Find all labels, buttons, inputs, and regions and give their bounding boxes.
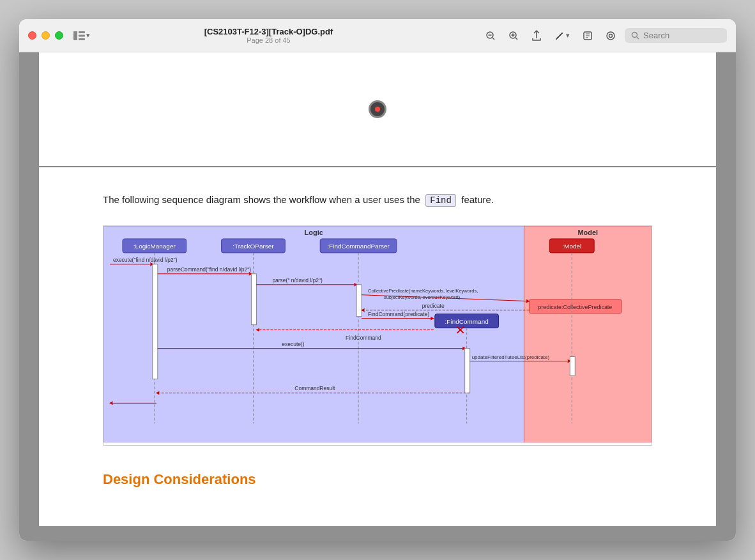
svg-text:Logic: Logic xyxy=(305,229,323,236)
annotate-dropdown-arrow: ▾ xyxy=(566,31,570,40)
svg-text:execute(): execute() xyxy=(282,341,304,347)
svg-rect-42 xyxy=(251,274,256,325)
search-input[interactable] xyxy=(643,31,720,40)
intro-text-after: feature. xyxy=(461,194,494,205)
svg-text:execute("find n/david l/p2"): execute("find n/david l/p2") xyxy=(113,257,178,263)
svg-text:FindCommand: FindCommand xyxy=(346,335,381,341)
annotate-button[interactable]: ▾ xyxy=(551,28,574,43)
svg-point-12 xyxy=(607,32,614,40)
scroll-position-indicator xyxy=(369,100,386,118)
close-button[interactable] xyxy=(28,31,36,40)
svg-rect-45 xyxy=(356,285,362,317)
pdf-page-info: Page 28 of 45 xyxy=(62,36,475,44)
design-considerations-heading: Design Considerations xyxy=(103,471,652,488)
toolbar-actions: ▾ xyxy=(482,27,727,44)
svg-text::Model: :Model xyxy=(562,243,581,250)
svg-rect-59 xyxy=(465,349,470,393)
sequence-diagram: Logic Model :LogicManager :TrackOParser … xyxy=(103,225,652,446)
svg-text::FindCommand: :FindCommand xyxy=(445,318,489,325)
sequence-diagram-svg: Logic Model :LogicManager :TrackOParser … xyxy=(103,226,652,443)
profile-button[interactable] xyxy=(602,28,620,43)
title-info: [CS2103T-F12-3][Track-O]DG.pdf Page 28 o… xyxy=(62,27,475,44)
pdf-filename: [CS2103T-F12-3][Track-O]DG.pdf xyxy=(62,27,475,36)
minimize-button[interactable] xyxy=(42,31,50,40)
pdf-content-area: The following sequence diagram shows the… xyxy=(19,52,736,541)
svg-text:Model: Model xyxy=(577,229,598,236)
search-icon xyxy=(631,31,639,40)
titlebar: ▾ [CS2103T-F12-3][Track-O]DG.pdf Page 28… xyxy=(19,19,736,52)
svg-text:predicate:CollectivePredicate: predicate:CollectivePredicate xyxy=(538,304,612,310)
share-button[interactable] xyxy=(528,27,545,44)
svg-text::TrackOParser: :TrackOParser xyxy=(233,243,274,250)
intro-paragraph: The following sequence diagram shows the… xyxy=(103,193,652,208)
svg-text:updateFilteredTuteeList(predic: updateFilteredTuteeList(predicate) xyxy=(472,354,550,360)
svg-point-14 xyxy=(632,33,637,38)
svg-text:CommandResult: CommandResult xyxy=(294,385,335,391)
svg-line-6 xyxy=(492,38,494,40)
intro-text-before: The following sequence diagram shows the… xyxy=(103,194,420,205)
pdf-window: ▾ [CS2103T-F12-3][Track-O]DG.pdf Page 28… xyxy=(19,19,736,541)
svg-rect-17 xyxy=(524,226,652,443)
pdf-page-top xyxy=(39,52,716,167)
svg-text:parse(" n/david l/p2"): parse(" n/david l/p2") xyxy=(272,277,323,284)
svg-text::FindCommandParser: :FindCommandParser xyxy=(327,243,390,250)
zoom-out-button[interactable] xyxy=(482,28,500,43)
svg-text:predicate: predicate xyxy=(422,303,445,309)
svg-line-10 xyxy=(515,38,517,40)
scroll-dot xyxy=(375,107,380,112)
svg-text:subjectKeywords, overdueKeywor: subjectKeywords, overdueKeyword) xyxy=(384,294,461,300)
pdf-page-main: The following sequence diagram shows the… xyxy=(39,167,716,526)
svg-point-13 xyxy=(609,34,613,37)
svg-text:FindCommand(predicate): FindCommand(predicate) xyxy=(368,311,429,317)
find-code-inline: Find xyxy=(425,194,456,207)
zoom-in-button[interactable] xyxy=(505,28,522,43)
svg-text:parseCommand("find n/david l/p: parseCommand("find n/david l/p2") xyxy=(167,266,251,273)
svg-text::LogicManager: :LogicManager xyxy=(133,243,176,250)
traffic-lights xyxy=(28,31,63,40)
svg-rect-39 xyxy=(153,264,158,379)
svg-rect-62 xyxy=(570,357,575,376)
svg-line-15 xyxy=(637,37,639,39)
svg-text:CollectivePredicate(nameKeywor: CollectivePredicate(nameKeywords, levelK… xyxy=(368,288,478,294)
search-box[interactable] xyxy=(625,28,727,43)
expand-button[interactable] xyxy=(579,28,597,43)
